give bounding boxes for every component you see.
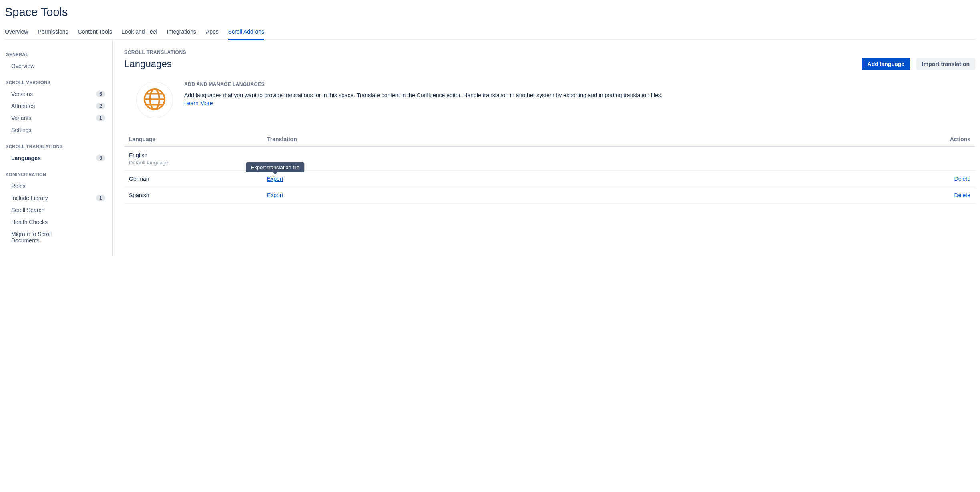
sidebar-item-label: Roles	[11, 183, 26, 189]
tab-overview[interactable]: Overview	[5, 26, 28, 40]
tab-content-tools[interactable]: Content Tools	[78, 26, 112, 40]
sidebar-section-scroll-translations: SCROLL TRANSLATIONS	[5, 144, 108, 149]
sidebar-item-roles[interactable]: Roles	[5, 180, 108, 192]
sidebar-section-administration: ADMINISTRATION	[5, 172, 108, 177]
sidebar-item-attributes[interactable]: Attributes 2	[5, 100, 108, 112]
language-subtext: Default language	[129, 160, 257, 166]
col-actions: Actions	[927, 132, 975, 147]
language-name: German	[124, 171, 262, 187]
learn-more-link[interactable]: Learn More	[184, 100, 213, 106]
language-name: English	[129, 152, 257, 158]
add-language-button[interactable]: Add language	[862, 58, 910, 70]
page-title: Space Tools	[5, 6, 975, 19]
sidebar-item-label: Migrate to Scroll Documents	[11, 231, 74, 244]
sidebar-item-label: Languages	[11, 155, 41, 161]
sidebar-item-label: Overview	[11, 63, 34, 69]
export-link[interactable]: Export	[267, 176, 283, 182]
sidebar-section-general: GENERAL	[5, 52, 108, 57]
intro-heading: ADD AND MANAGE LANGUAGES	[184, 82, 975, 87]
intro-text: Add languages that you want to provide t…	[184, 92, 663, 98]
sidebar-item-label: Health Checks	[11, 219, 48, 225]
sidebar-item-settings[interactable]: Settings	[5, 124, 108, 136]
sidebar-section-scroll-versions: SCROLL VERSIONS	[5, 80, 108, 85]
tab-look-and-feel[interactable]: Look and Feel	[122, 26, 157, 40]
count-badge: 2	[96, 103, 105, 109]
tab-scroll-addons[interactable]: Scroll Add-ons	[228, 26, 264, 40]
table-row: Spanish Export Delete	[124, 187, 975, 204]
sidebar-item-label: Variants	[11, 115, 31, 121]
delete-link[interactable]: Delete	[954, 176, 970, 182]
tab-apps[interactable]: Apps	[206, 26, 219, 40]
sidebar-item-versions[interactable]: Versions 6	[5, 88, 108, 100]
count-badge: 1	[96, 115, 105, 121]
sidebar-item-health-checks[interactable]: Health Checks	[5, 216, 108, 228]
globe-icon	[136, 82, 173, 118]
sidebar-item-label: Include Library	[11, 195, 48, 201]
sidebar-item-include-library[interactable]: Include Library 1	[5, 192, 108, 204]
content-title: Languages	[124, 58, 172, 70]
sidebar-item-migrate[interactable]: Migrate to Scroll Documents	[5, 228, 77, 246]
delete-link[interactable]: Delete	[954, 192, 970, 198]
sidebar-item-label: Scroll Search	[11, 207, 44, 213]
sidebar-item-overview[interactable]: Overview	[5, 60, 108, 72]
sidebar-item-label: Versions	[11, 91, 33, 97]
table-row: German Export translation file Export De…	[124, 171, 975, 187]
sidebar-item-variants[interactable]: Variants 1	[5, 112, 108, 124]
sidebar-item-label: Attributes	[11, 103, 35, 109]
tooltip: Export translation file	[246, 162, 304, 172]
count-badge: 3	[96, 155, 105, 161]
languages-table: Language Translation Actions English Def…	[124, 132, 975, 204]
col-language: Language	[124, 132, 262, 147]
export-link[interactable]: Export	[267, 192, 283, 198]
import-translation-button[interactable]: Import translation	[916, 58, 975, 70]
count-badge: 1	[96, 195, 105, 201]
sidebar-item-languages[interactable]: Languages 3	[5, 152, 108, 164]
tab-permissions[interactable]: Permissions	[38, 26, 68, 40]
col-translation: Translation	[262, 132, 927, 147]
sidebar-item-scroll-search[interactable]: Scroll Search	[5, 204, 108, 216]
sidebar-item-label: Settings	[11, 127, 32, 133]
tab-bar: Overview Permissions Content Tools Look …	[5, 26, 975, 40]
main-content: SCROLL TRANSLATIONS Languages Add langua…	[113, 40, 975, 256]
count-badge: 6	[96, 91, 105, 97]
breadcrumb: SCROLL TRANSLATIONS	[124, 50, 975, 55]
sidebar: GENERAL Overview SCROLL VERSIONS Version…	[5, 40, 113, 256]
tab-integrations[interactable]: Integrations	[167, 26, 196, 40]
language-name: Spanish	[124, 187, 262, 204]
